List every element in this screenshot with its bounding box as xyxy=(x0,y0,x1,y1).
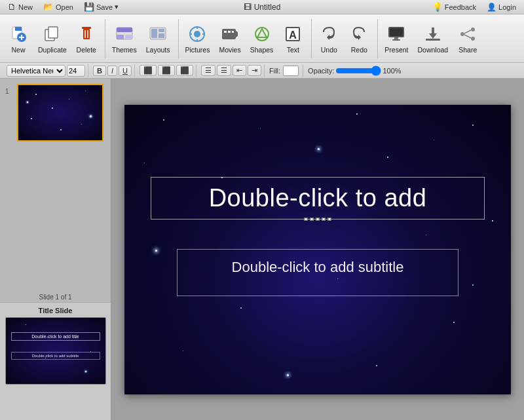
font-size-input[interactable] xyxy=(67,65,85,77)
movies-label: Movies xyxy=(219,46,240,54)
save-icon: 💾 xyxy=(84,2,94,12)
svg-rect-8 xyxy=(83,29,90,39)
svg-point-20 xyxy=(194,31,200,37)
delete-icon xyxy=(76,24,97,45)
media-group: Pictures Movies Shapes xyxy=(181,19,312,58)
login-button[interactable]: 👤 Login xyxy=(484,2,519,12)
slide-preview: Double-click to add title Double-click t… xyxy=(5,317,106,385)
delete-label: Delete xyxy=(77,46,96,54)
undo-icon xyxy=(318,24,339,45)
numbered-list-button[interactable]: ☰ xyxy=(217,65,231,76)
themes-button[interactable]: Themes xyxy=(108,20,141,57)
title-bar-right: 💡 Feedback 👤 Login xyxy=(430,1,519,12)
undo-button[interactable]: Undo xyxy=(314,20,343,57)
opacity-slider[interactable] xyxy=(335,66,381,75)
fill-label: Fill: xyxy=(269,67,280,75)
feedback-icon: 💡 xyxy=(432,2,443,12)
align-group: ⬛ ⬛ ⬛ xyxy=(137,64,196,77)
svg-rect-27 xyxy=(224,31,227,33)
delete-button[interactable]: Delete xyxy=(72,20,101,57)
format-bar: Helvetica Neue B I U ⬛ ⬛ ⬛ ☰ ☰ ⇤ ⇥ Fill:… xyxy=(0,63,524,79)
italic-button[interactable]: I xyxy=(107,66,117,76)
pictures-button[interactable]: Pictures xyxy=(181,20,214,57)
svg-point-42 xyxy=(460,32,464,36)
open-icon: 📂 xyxy=(43,2,54,12)
align-right-button[interactable]: ⬛ xyxy=(176,65,193,76)
svg-line-45 xyxy=(464,35,471,38)
svg-rect-16 xyxy=(151,29,157,38)
align-center-button[interactable]: ⬛ xyxy=(158,65,175,76)
text-button[interactable]: A Text xyxy=(278,20,307,57)
redo-button[interactable]: Redo xyxy=(345,20,373,57)
indent-less-button[interactable]: ⇤ xyxy=(233,65,246,76)
save-label: Save xyxy=(96,3,113,11)
font-family-select[interactable]: Helvetica Neue xyxy=(7,65,66,77)
redo-label: Redo xyxy=(351,46,367,54)
svg-point-43 xyxy=(471,37,475,41)
save-dropdown-icon: ▾ xyxy=(115,3,119,11)
bold-button[interactable]: B xyxy=(93,66,106,76)
page-info: Slide 1 of 1 xyxy=(0,292,111,302)
window-title: 🎞 Untitled xyxy=(244,3,281,12)
underline-button[interactable]: U xyxy=(119,66,132,76)
feedback-button[interactable]: 💡 Feedback xyxy=(430,1,479,12)
align-left-button[interactable]: ⬛ xyxy=(140,65,157,76)
indent-more-button[interactable]: ⇥ xyxy=(248,65,261,76)
title-placeholder-text: Double-click to add xyxy=(209,184,427,212)
duplicate-label: Duplicate xyxy=(38,46,67,54)
open-label: Open xyxy=(56,3,73,11)
text-icon: A xyxy=(282,24,303,45)
svg-marker-26 xyxy=(236,31,238,37)
svg-rect-37 xyxy=(392,39,400,41)
main-area: 1 Slide 1 of 1 xyxy=(0,79,524,420)
title-bar: 🗋 New 📂 Open 💾 Save ▾ 🎞 Untitled 💡 Feedb… xyxy=(0,0,524,14)
shapes-button[interactable]: Shapes xyxy=(246,20,278,57)
title-bar-left: 🗋 New 📂 Open 💾 Save ▾ xyxy=(5,1,121,12)
save-menu-item[interactable]: 💾 Save ▾ xyxy=(81,1,121,12)
slide-thumbnail-1[interactable] xyxy=(17,84,103,142)
shapes-icon xyxy=(252,24,272,45)
svg-marker-31 xyxy=(257,29,267,37)
layouts-icon xyxy=(147,24,168,45)
bullet-list-button[interactable]: ☰ xyxy=(201,65,215,76)
slide-panel: 1 Slide 1 of 1 xyxy=(0,79,111,420)
svg-rect-28 xyxy=(228,31,231,33)
slide-bottom-panel: Title Slide Double-click to add title Do… xyxy=(0,302,111,420)
svg-rect-38 xyxy=(426,39,440,41)
movies-button[interactable]: Movies xyxy=(215,20,244,57)
present-group: Present Download xyxy=(381,19,486,58)
svg-line-44 xyxy=(464,30,471,33)
duplicate-button[interactable]: Duplicate xyxy=(34,20,71,57)
login-label: Login xyxy=(498,3,516,11)
opacity-group: Opacity: 100% xyxy=(305,64,404,77)
open-menu-item[interactable]: 📂 Open xyxy=(41,1,76,12)
layouts-button[interactable]: Layouts xyxy=(142,20,174,57)
new-label: New xyxy=(18,3,33,11)
svg-rect-17 xyxy=(159,29,164,32)
fill-color-box[interactable] xyxy=(283,66,299,76)
download-button[interactable]: Download xyxy=(414,20,453,57)
list-group: ☰ ☰ ⇤ ⇥ xyxy=(198,64,265,77)
text-format-group: B I U xyxy=(90,64,135,77)
opacity-label: Opacity: xyxy=(308,67,334,75)
svg-text:A: A xyxy=(290,29,297,41)
slide-item-1: 1 xyxy=(5,84,105,142)
svg-rect-12 xyxy=(117,28,132,32)
title-textbox[interactable]: Double-click to add xyxy=(151,177,485,220)
themes-icon xyxy=(114,24,135,45)
new-button[interactable]: New xyxy=(4,20,33,57)
svg-rect-13 xyxy=(117,35,124,39)
slide-canvas[interactable]: Double-click to add Double-click to add … xyxy=(124,105,511,394)
new-menu-item[interactable]: 🗋 New xyxy=(5,1,35,12)
slide-list: 1 xyxy=(0,79,111,292)
svg-rect-7 xyxy=(82,27,91,29)
document-title: Untitled xyxy=(254,3,281,12)
preview-title-box: Double-click to add title xyxy=(11,332,100,341)
svg-point-41 xyxy=(471,28,475,31)
subtitle-textbox[interactable]: Double-click to add subtitle xyxy=(177,249,458,296)
text-label: Text xyxy=(287,46,299,54)
slide-thumb-inner xyxy=(18,85,102,140)
themes-label: Themes xyxy=(112,46,137,54)
present-button[interactable]: Present xyxy=(381,20,412,57)
share-button[interactable]: Share xyxy=(453,20,482,57)
